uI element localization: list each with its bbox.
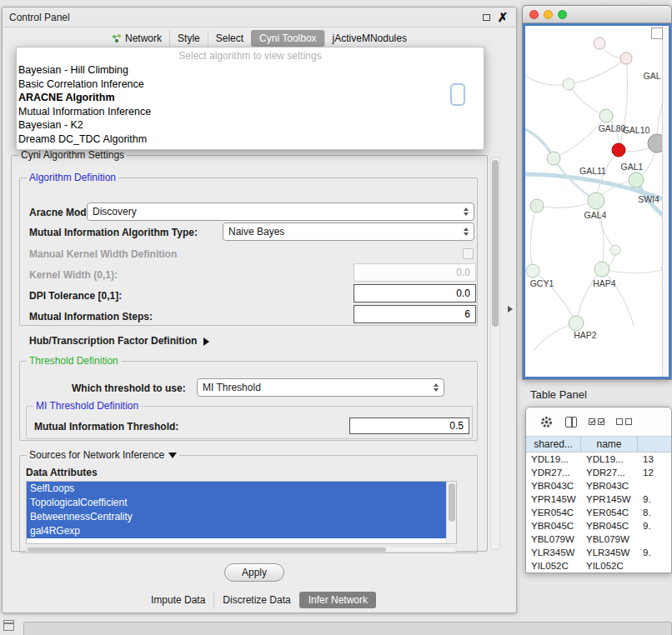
table-cell[interactable]: 9.	[638, 494, 671, 504]
table-cell[interactable]: YBL079W	[526, 534, 581, 544]
table-row[interactable]: YBR045CYBR045C9.	[526, 519, 671, 532]
table-cell[interactable]: 9.	[638, 548, 671, 558]
table-cell[interactable]: YDR27...	[526, 468, 581, 478]
network-edge[interactable]	[569, 58, 626, 84]
mi-type-select[interactable]: Naive Bayes	[223, 222, 474, 241]
which-threshold-select[interactable]: MI Threshold	[197, 378, 444, 397]
network-node[interactable]	[547, 152, 560, 165]
table-cell[interactable]: YDR27...	[581, 468, 638, 478]
network-edge[interactable]	[525, 76, 569, 85]
hub-definition-expander[interactable]: Hub/Transcription Factor Definition	[29, 335, 209, 347]
dropdown-item[interactable]: Mutual Information Inference	[17, 105, 484, 119]
column-header-name[interactable]: name	[581, 437, 638, 452]
table-cell[interactable]: YBR045C	[581, 521, 638, 531]
table-cell[interactable]: YER054C	[526, 508, 581, 518]
table-cell[interactable]: 12	[638, 468, 671, 478]
table-cell[interactable]: YBR043C	[526, 481, 581, 491]
data-attributes-list[interactable]: SelfLoopsTopologicalCoefficientBetweenne…	[26, 481, 457, 544]
network-edge[interactable]	[602, 268, 669, 273]
table-row[interactable]: YPR145WYPR145W9.	[526, 492, 671, 506]
select-all-columns-icon[interactable]	[589, 418, 604, 425]
table-cell[interactable]: YLR345W	[526, 548, 581, 558]
apply-button[interactable]: Apply	[224, 563, 284, 582]
network-scrollbar[interactable]	[662, 26, 669, 377]
tab-impute-data[interactable]: Impute Data	[143, 592, 213, 608]
tab-discretize-data[interactable]: Discretize Data	[213, 592, 298, 608]
network-edge[interactable]	[569, 84, 606, 116]
network-node[interactable]	[526, 264, 539, 278]
column-header-partial[interactable]	[638, 437, 671, 452]
network-node[interactable]	[610, 245, 620, 255]
table-cell[interactable]: YER054C	[581, 508, 638, 518]
zoom-traffic-light[interactable]	[558, 10, 567, 19]
tab-cyni-toolbox[interactable]: Cyni Toolbox	[251, 30, 323, 47]
close-icon[interactable]: ✗	[496, 11, 509, 24]
table-cell[interactable]: 9.	[638, 521, 671, 531]
network-node[interactable]	[612, 143, 625, 157]
table-cell[interactable]: YBR043C	[581, 481, 638, 491]
tab-network[interactable]: Network	[104, 30, 169, 47]
sources-legend[interactable]: Sources for Network Inference	[27, 449, 179, 461]
table-cell[interactable]: YPR145W	[526, 494, 581, 504]
table-cell[interactable]: 8.	[638, 508, 671, 518]
attribute-list-item[interactable]: TopologicalCoefficient	[27, 496, 446, 510]
network-edge[interactable]	[554, 116, 606, 158]
table-row[interactable]: YDR27...YDR27...12	[526, 466, 671, 479]
collapsed-bottom-panel[interactable]	[23, 622, 672, 635]
network-node[interactable]	[594, 38, 605, 49]
dropdown-item[interactable]: Bayesian - K2	[17, 118, 484, 132]
table-cell[interactable]: YBR045C	[526, 521, 581, 531]
minimize-traffic-light[interactable]	[544, 10, 553, 19]
table-cell[interactable]: YPR145W	[581, 494, 638, 504]
network-node[interactable]	[569, 316, 584, 331]
scrollbar-thumb[interactable]	[28, 548, 386, 552]
network-node[interactable]	[599, 109, 613, 122]
dropdown-item[interactable]: ARACNE Algorithm	[17, 91, 484, 105]
tab-select[interactable]: Select	[208, 30, 251, 47]
control-panel-titlebar[interactable]: Control Panel ✗	[3, 8, 516, 28]
dpi-tolerance-input[interactable]	[354, 284, 476, 302]
birdseye-toggle-button[interactable]	[651, 28, 663, 39]
tab-infer-network[interactable]: Infer Network	[299, 592, 376, 608]
dropdown-item[interactable]: Bayesian - Hill Climbing	[17, 63, 484, 78]
table-row[interactable]: YIL052CYIL052C	[526, 559, 671, 572]
table-cell[interactable]: YBL079W	[581, 534, 638, 544]
list-horizontal-scrollbar[interactable]	[26, 546, 457, 552]
columns-icon[interactable]	[565, 417, 577, 428]
close-traffic-light[interactable]	[529, 10, 539, 19]
mi-threshold-input[interactable]	[349, 418, 469, 434]
network-edge[interactable]	[619, 58, 627, 150]
network-node[interactable]	[629, 172, 644, 188]
attribute-list-item[interactable]: gal4RGexp	[27, 524, 446, 538]
mi-steps-input[interactable]	[354, 305, 476, 323]
network-edge[interactable]	[530, 206, 537, 271]
settings-vertical-scrollbar[interactable]	[490, 157, 500, 550]
dropdown-item[interactable]: Dream8 DC_TDC Algorithm	[17, 132, 484, 147]
network-edge[interactable]	[576, 269, 602, 323]
column-header-shared-name[interactable]: shared...	[526, 437, 581, 452]
tab-style[interactable]: Style	[169, 30, 208, 47]
table-row[interactable]: YBR043CYBR043C	[526, 479, 671, 492]
panel-splitter-arrow[interactable]	[508, 306, 513, 312]
deselect-all-columns-icon[interactable]	[616, 418, 632, 425]
float-window-icon[interactable]	[479, 11, 493, 24]
attribute-list-item[interactable]: SelfLoops	[27, 482, 446, 496]
table-cell[interactable]: YDL19...	[581, 454, 638, 464]
scrollbar-thumb[interactable]	[492, 160, 499, 327]
table-cell[interactable]: 13	[638, 454, 671, 464]
scrollbar-thumb[interactable]	[449, 483, 455, 522]
table-row[interactable]: YLR345WYLR345W9.	[526, 546, 671, 559]
network-node[interactable]	[594, 262, 609, 277]
table-cell[interactable]: YDL19...	[526, 454, 581, 464]
gear-icon[interactable]	[539, 415, 554, 429]
table-row[interactable]: YER054CYER054C8.	[526, 506, 671, 519]
table-cell[interactable]: YIL052C	[526, 561, 581, 571]
network-node[interactable]	[620, 52, 632, 64]
network-node[interactable]	[588, 192, 604, 209]
network-node[interactable]	[563, 78, 574, 90]
restore-panel-icon[interactable]	[3, 620, 14, 631]
network-node[interactable]	[530, 199, 544, 212]
dropdown-item[interactable]: Basic Correlation Inference	[17, 78, 484, 92]
table-row[interactable]: YDL19...YDL19...13	[526, 452, 671, 466]
network-edge[interactable]	[537, 201, 596, 208]
